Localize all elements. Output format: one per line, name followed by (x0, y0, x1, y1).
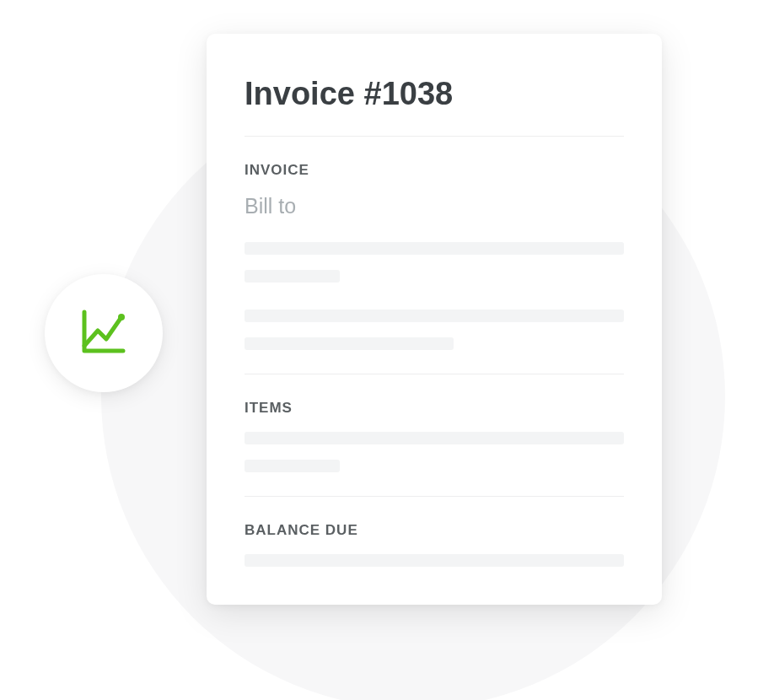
svg-point-0 (118, 314, 125, 320)
skeleton-line (245, 310, 624, 322)
balance-section: BALANCE DUE (245, 522, 624, 567)
balance-section-label: BALANCE DUE (245, 522, 624, 539)
items-section-label: ITEMS (245, 400, 624, 417)
skeleton-placeholder (245, 432, 624, 472)
skeleton-line (245, 432, 624, 444)
divider (245, 136, 624, 137)
invoice-section-label: INVOICE (245, 162, 624, 179)
skeleton-line (245, 270, 340, 283)
bill-to-label: Bill to (245, 194, 624, 218)
skeleton-line (245, 337, 454, 350)
line-chart-icon (74, 302, 133, 364)
invoice-title: Invoice #1038 (245, 76, 624, 112)
skeleton-placeholder (245, 242, 624, 283)
invoice-card: Invoice #1038 INVOICE Bill to ITEMS BALA… (207, 34, 662, 605)
chart-icon-badge (45, 274, 163, 392)
skeleton-line (245, 460, 340, 472)
skeleton-line (245, 554, 624, 567)
divider (245, 496, 624, 497)
invoice-section: INVOICE Bill to (245, 162, 624, 350)
divider (245, 374, 624, 374)
items-section: ITEMS (245, 400, 624, 472)
skeleton-line (245, 242, 624, 255)
skeleton-placeholder (245, 310, 624, 350)
